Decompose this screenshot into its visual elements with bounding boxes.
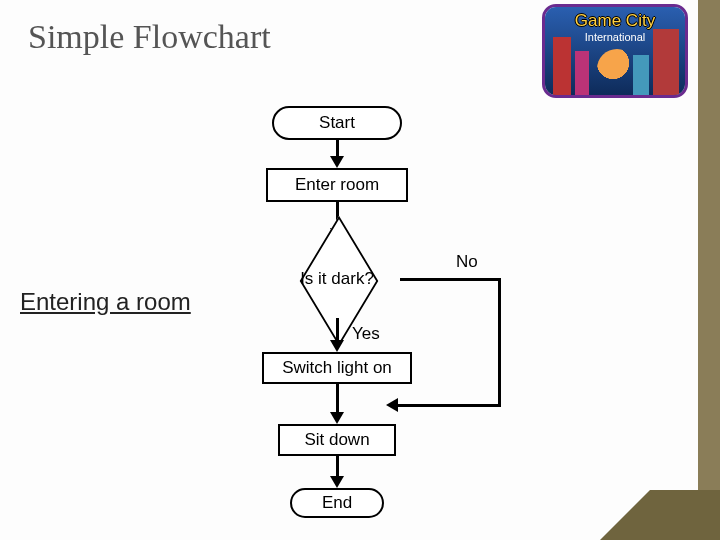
logo-building: [553, 37, 571, 95]
arrowhead-down-icon: [330, 476, 344, 488]
node-switch-light: Switch light on: [262, 352, 412, 384]
arrowhead-down-icon: [330, 156, 344, 168]
node-decision: Is it dark?: [267, 244, 407, 314]
node-end-label: End: [322, 493, 352, 513]
logo-mascot: [597, 49, 637, 89]
slide: Simple Flowchart Entering a room Game Ci…: [0, 0, 720, 540]
label-no: No: [456, 252, 478, 272]
flow-subtitle: Entering a room: [20, 288, 191, 316]
node-start: Start: [272, 106, 402, 140]
logo-title: Game City: [545, 11, 685, 31]
node-end: End: [290, 488, 384, 518]
node-switch-light-label: Switch light on: [282, 358, 392, 378]
node-enter-room-label: Enter room: [295, 175, 379, 195]
corner-accent: [650, 490, 720, 540]
edge-no: [400, 278, 500, 281]
edge-yes: [336, 318, 339, 342]
logo-building: [575, 51, 589, 95]
label-yes: Yes: [352, 324, 380, 344]
node-decision-label: Is it dark?: [267, 244, 407, 314]
node-sit-down-label: Sit down: [304, 430, 369, 450]
page-title: Simple Flowchart: [28, 18, 271, 56]
logo-subtitle: International: [545, 31, 685, 43]
edge-no: [398, 404, 501, 407]
node-start-label: Start: [319, 113, 355, 133]
node-enter-room: Enter room: [266, 168, 408, 202]
game-city-logo: Game City International: [542, 4, 688, 98]
node-sit-down: Sit down: [278, 424, 396, 456]
edge: [336, 384, 339, 414]
edge: [336, 456, 339, 478]
arrowhead-down-icon: [330, 340, 344, 352]
arrowhead-left-icon: [386, 398, 398, 412]
edge-no: [498, 278, 501, 406]
right-accent-band: [698, 0, 720, 540]
arrowhead-down-icon: [330, 412, 344, 424]
